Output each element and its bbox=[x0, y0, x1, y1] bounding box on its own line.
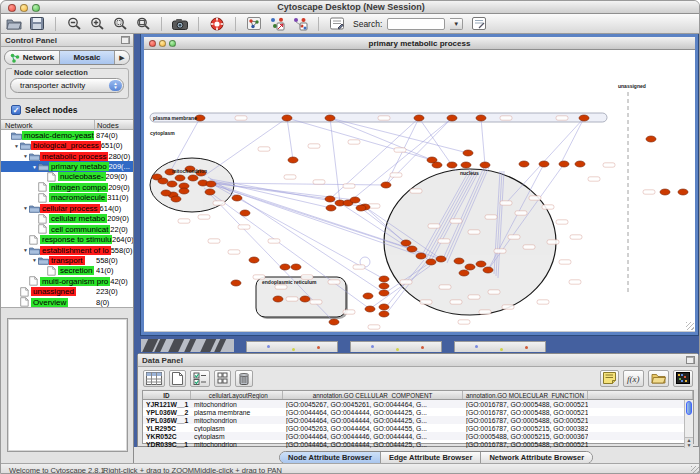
delete-attribute-trash-button[interactable] bbox=[235, 370, 253, 387]
column-header[interactable]: annotation.GO CELLULAR_COMPONENT bbox=[283, 391, 463, 399]
help-lifesaver-button[interactable] bbox=[208, 16, 226, 32]
graph-node[interactable] bbox=[167, 181, 177, 187]
tab-edge-attribute-browser[interactable]: Edge Attribute Browser bbox=[381, 452, 481, 463]
float-data-panel-icon[interactable] bbox=[686, 356, 695, 364]
tree-row[interactable]: response to stimulu264(0) bbox=[1, 234, 133, 244]
graph-node[interactable] bbox=[426, 259, 436, 265]
graph-node[interactable] bbox=[465, 264, 475, 270]
tab-network-attribute-browser[interactable]: Network Attribute Browser bbox=[481, 452, 592, 463]
graph-node[interactable] bbox=[205, 189, 215, 195]
graph-node[interactable] bbox=[325, 196, 335, 202]
graph-node[interactable] bbox=[432, 162, 442, 168]
graph-node[interactable] bbox=[660, 189, 670, 195]
table-row[interactable]: YLR295Ccytoplasm[GO:0045263, GO:0044464,… bbox=[143, 424, 693, 432]
graph-node[interactable] bbox=[188, 175, 198, 181]
graph-edge[interactable] bbox=[204, 118, 287, 176]
graph-node[interactable] bbox=[539, 161, 549, 167]
graph-node[interactable] bbox=[158, 178, 168, 184]
search-input[interactable] bbox=[387, 18, 445, 30]
column-header[interactable]: ID bbox=[143, 391, 191, 399]
tree-row[interactable]: nitrogen compo209(0) bbox=[1, 182, 133, 192]
graph-node[interactable] bbox=[476, 261, 486, 267]
graph-node[interactable] bbox=[401, 240, 411, 246]
graph-node[interactable] bbox=[232, 195, 242, 201]
graph-node[interactable] bbox=[416, 253, 426, 259]
graph-node[interactable] bbox=[519, 161, 529, 167]
open-file-button[interactable] bbox=[5, 16, 23, 32]
save-session-button[interactable] bbox=[28, 16, 46, 32]
graph-node[interactable] bbox=[447, 115, 457, 121]
search-dropdown-arrow[interactable]: ▼ bbox=[450, 18, 463, 30]
graph-node[interactable] bbox=[379, 311, 389, 317]
tree-expand-toggle[interactable]: ▼ bbox=[13, 143, 20, 149]
network-column-header[interactable]: Network bbox=[1, 120, 95, 129]
graph-node[interactable] bbox=[273, 296, 283, 302]
tree-row[interactable]: mosaic-demo-yeast874(0) bbox=[1, 130, 133, 140]
graph-node[interactable] bbox=[407, 246, 417, 252]
tree-expand-toggle[interactable]: ▼ bbox=[31, 164, 38, 170]
graph-node[interactable] bbox=[379, 276, 389, 282]
zoom-in-button[interactable] bbox=[88, 16, 106, 32]
graph-edge[interactable] bbox=[330, 118, 432, 160]
graph-node[interactable] bbox=[379, 283, 389, 289]
more-tabs-arrow[interactable]: ▶ bbox=[115, 51, 129, 64]
table-row[interactable]: YKR052Ccytoplasm[GO:0044464, GO:0044446,… bbox=[143, 432, 693, 440]
graph-node[interactable] bbox=[559, 161, 569, 167]
zoom-fit-button[interactable] bbox=[134, 16, 152, 32]
annotation-form-button[interactable] bbox=[328, 16, 346, 32]
background-window-fragment[interactable] bbox=[454, 341, 546, 352]
graph-node[interactable] bbox=[206, 181, 216, 187]
graph-node[interactable] bbox=[288, 157, 298, 163]
tree-row[interactable]: ▼biological_process651(0) bbox=[1, 140, 133, 150]
graph-node[interactable] bbox=[379, 290, 389, 296]
graph-node[interactable] bbox=[363, 293, 373, 299]
graph-node[interactable] bbox=[459, 270, 469, 276]
graph-node[interactable] bbox=[381, 182, 391, 188]
graph-edge[interactable] bbox=[287, 118, 293, 160]
table-row[interactable]: YJR121W__1mitochondrion[GO:0045267, GO:0… bbox=[143, 400, 693, 408]
graph-node[interactable] bbox=[476, 115, 486, 121]
tree-row[interactable]: Overview8(0) bbox=[1, 297, 133, 307]
graph-node[interactable] bbox=[436, 256, 446, 262]
graph-node[interactable] bbox=[161, 190, 171, 196]
graph-node[interactable] bbox=[356, 205, 366, 211]
birdseye-view[interactable] bbox=[7, 318, 128, 452]
select-nodes-checkbox[interactable]: ✓ bbox=[11, 105, 21, 115]
graph-node[interactable] bbox=[280, 264, 290, 270]
tree-expand-toggle[interactable]: ▼ bbox=[22, 153, 29, 159]
graph-node[interactable] bbox=[447, 162, 457, 168]
graph-node[interactable] bbox=[325, 115, 335, 121]
graph-node[interactable] bbox=[463, 150, 473, 156]
background-window-fragment[interactable] bbox=[350, 341, 442, 352]
table-row[interactable]: YDR039C__1mitochondrion[GO:0044464, GO:0… bbox=[143, 440, 693, 448]
tree-row[interactable]: cellular metabo209(0) bbox=[1, 214, 133, 224]
formula-fx-button[interactable]: f(x) bbox=[623, 370, 644, 387]
network-view-window[interactable]: primary metabolic process plasma membran… bbox=[141, 34, 698, 335]
graph-node[interactable] bbox=[483, 267, 493, 273]
layout-button[interactable] bbox=[268, 16, 286, 32]
graph-node[interactable] bbox=[240, 210, 250, 216]
tree-row[interactable]: macromolecule311(0) bbox=[1, 193, 133, 203]
layout-alt-button[interactable] bbox=[291, 16, 309, 32]
graph-node[interactable] bbox=[291, 264, 301, 270]
graph-node[interactable] bbox=[249, 257, 259, 263]
select-attributes-button[interactable] bbox=[190, 370, 210, 387]
scrollbar-thumb[interactable] bbox=[686, 401, 692, 415]
new-attribute-button[interactable] bbox=[169, 370, 186, 387]
view-resize-grip[interactable] bbox=[686, 322, 694, 330]
node-color-attribute-dropdown[interactable]: transporter activity ▲▼ bbox=[10, 78, 124, 93]
tree-row[interactable]: ▼cellular process614(0) bbox=[1, 203, 133, 213]
snapshot-camera-button[interactable] bbox=[171, 16, 189, 32]
tree-row[interactable]: ▼establishment of lo558(0) bbox=[1, 245, 133, 255]
import-folder-button[interactable] bbox=[648, 370, 669, 387]
graph-node[interactable] bbox=[379, 304, 389, 310]
graph-node[interactable] bbox=[231, 280, 241, 286]
graph-node[interactable] bbox=[365, 306, 375, 312]
column-header[interactable]: _cellularLayoutRegion bbox=[191, 391, 283, 399]
background-window-fragment[interactable] bbox=[141, 339, 234, 352]
tree-row[interactable]: ▼primary metabo209(... bbox=[1, 161, 133, 171]
tab-network[interactable]: Network bbox=[5, 51, 60, 64]
graph-node[interactable] bbox=[480, 162, 490, 168]
tree-row[interactable]: secretion41(0) bbox=[1, 266, 133, 276]
column-header[interactable]: annotation.GO MOLECULAR_FUNCTION bbox=[463, 391, 588, 399]
